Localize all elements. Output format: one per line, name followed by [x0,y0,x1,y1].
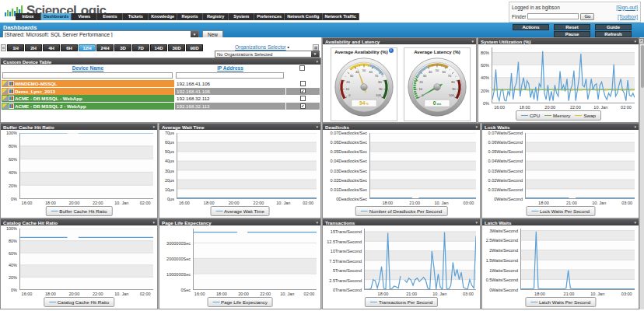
tab-system[interactable]: System [229,13,254,20]
table-row[interactable]: WINDEMO-MSSQL192.168.41.106 [2,80,320,88]
tab-views[interactable]: Views [72,13,97,20]
select-all-checkbox[interactable] [299,65,305,71]
time-range-1h[interactable]: 1H [7,44,24,51]
y-axis-label: 0Trans/Second [323,288,362,292]
tab-knowledge[interactable]: Knowledge [149,13,177,20]
collapse-caret-icon[interactable]: ▾ [316,124,318,129]
panel-header[interactable]: Page Life Expectancy▾ [159,219,320,225]
close-icon[interactable]: ✕ [639,38,644,44]
tab-preferences[interactable]: Preferences [254,13,285,20]
panel-title: Buffer Cache Hit Ratio [3,124,54,130]
legend[interactable]: Average Wait Time [210,206,270,216]
legend[interactable]: Number of Deadlocks Per Second [355,206,448,216]
scrollbar-thumb[interactable] [641,45,644,88]
tab-reports[interactable]: Reports [177,13,203,20]
row-checkbox[interactable] [300,96,306,101]
chart-plot-area [364,229,476,290]
panel-header[interactable]: Latch Waits▾ [482,219,639,225]
organizations-selector-link[interactable]: Organizations Selector • [235,44,289,50]
column-header-device-name[interactable]: Device Name [72,65,103,71]
table-row[interactable]: Demo_Lync_2013192.168.41.106✓ [2,88,320,96]
finder-input[interactable] [527,13,579,19]
panel-header[interactable]: Average Wait Time▾ [159,124,320,130]
time-range-buttons: 1H2H4H6H12H24H3D7D14D30D90D [7,44,203,51]
panel-header[interactable]: Deadlocks▾ [323,124,480,130]
toolbox-link[interactable]: [Toolbox] [618,14,638,19]
tab-registry[interactable]: Registry [203,13,229,20]
organizations-select[interactable]: No Organizations Selected ▼ [215,51,320,58]
table-row[interactable]: ACME - DB MSSQL - WebApp192.168.32.112 [2,95,320,103]
refresh-button[interactable]: Refresh [595,31,632,37]
panel-header[interactable]: System Utilization (%)▾ [478,38,639,44]
legend[interactable]: Buffer Cache Hit Ratio [45,206,112,216]
device-name-filter-input[interactable] [2,72,173,79]
go-button[interactable]: Go [580,13,594,20]
reset-button[interactable]: Reset [554,24,590,30]
nav-tabs: InboxDashboardsViewsEventsTicketsKnowled… [16,13,359,20]
y-axis-label: 0.07Waits/Second [482,131,523,135]
collapse-caret-icon[interactable]: ▾ [634,39,636,44]
signout-link[interactable]: [Sign-out] [616,5,638,10]
time-range-24h[interactable]: 24H [96,44,114,51]
y-axis-label: 0Sec [159,288,191,292]
y-axis-label: 10μs [159,187,174,192]
panel-header[interactable]: Catalog Cache Hit Ratio▾ [1,219,157,225]
tab-network-traffic[interactable]: Network Traffic [323,13,359,20]
svg-text:60: 60 [443,70,446,74]
actions-button[interactable]: Actions [513,24,549,30]
chevron-down-icon[interactable]: ▼ [311,51,319,57]
collapse-caret-icon[interactable]: ▾ [634,220,636,225]
time-range-3d[interactable]: 3D [114,44,131,51]
panel-header[interactable]: Buffer Cache Hit Ratio▾ [1,124,157,130]
legend[interactable]: Page Life Expectancy [207,297,273,307]
row-checkbox[interactable]: ✓ [300,89,306,94]
gauge-title: Average Availability (%)i [331,48,397,55]
time-range-7d[interactable]: 7D [132,44,149,51]
collapse-icon[interactable]: « [1,44,6,51]
ip-address-filter-input[interactable] [176,72,284,79]
collapse-caret-icon[interactable]: ▾ [475,124,478,129]
column-header-ip-address[interactable]: IP Address [217,65,243,71]
collapse-caret-icon[interactable]: ▾ [471,39,474,44]
collapse-caret-icon[interactable]: ▾ [316,59,318,64]
tab-inbox[interactable]: Inbox [16,13,41,20]
table-row[interactable]: ACME - DB MSSQL 2 - WebApp192.168.32.113… [2,103,320,110]
collapse-caret-icon[interactable]: ▾ [152,220,155,225]
tab-events[interactable]: Events [97,13,123,20]
tab-tickets[interactable]: Tickets [123,13,149,20]
time-range-14d[interactable]: 14D [150,44,167,51]
collapse-caret-icon[interactable]: ▾ [152,124,155,129]
org-options-icon[interactable]: ▦ [313,44,319,51]
panel-header[interactable]: Availability and Latency ▾ [323,38,476,44]
checkbox-cell: ✓ [286,103,320,110]
row-checkbox[interactable] [300,81,306,86]
legend[interactable]: Catalog Cache Hit Ratio [44,297,114,307]
panel-header[interactable]: Custom Device Table ▾ [1,58,320,65]
panel-header[interactable]: Lock Waits▾ [482,124,639,130]
svg-text:80: 80 [378,80,382,84]
legend[interactable]: Latch Waits Per Second [525,297,596,307]
collapse-caret-icon[interactable]: ▾ [475,220,478,225]
time-range-6h[interactable]: 6H [61,44,78,51]
x-axis-label: 10. Jan [590,292,604,296]
time-range-2h[interactable]: 2H [25,44,42,51]
tab-dashboards[interactable]: Dashboards [41,13,72,20]
legend[interactable]: Transactions Per Second [365,297,438,307]
time-range-4h[interactable]: 4H [43,44,60,51]
collapse-caret-icon[interactable]: ▾ [316,220,318,225]
time-range-12h[interactable]: 12H [79,44,96,51]
panel-header[interactable]: Transactions▾ [323,219,480,225]
legend-line-swatch [370,302,377,302]
row-checkbox[interactable]: ✓ [300,103,306,109]
vertical-scrollbar[interactable] [639,37,644,309]
info-icon[interactable]: i [389,48,394,53]
time-range-90d[interactable]: 90D [186,44,203,51]
tab-network-config[interactable]: Network Config [285,13,322,20]
legend[interactable]: CPUMemorySwap [516,110,601,121]
collapse-caret-icon[interactable]: ▾ [634,124,636,129]
legend[interactable]: Lock Waits Per Second [526,206,595,216]
pause-button[interactable]: Pause [554,31,590,37]
time-range-30d[interactable]: 30D [168,44,185,51]
guide-button[interactable]: Guide [595,24,632,30]
svg-text:50: 50 [436,68,439,72]
